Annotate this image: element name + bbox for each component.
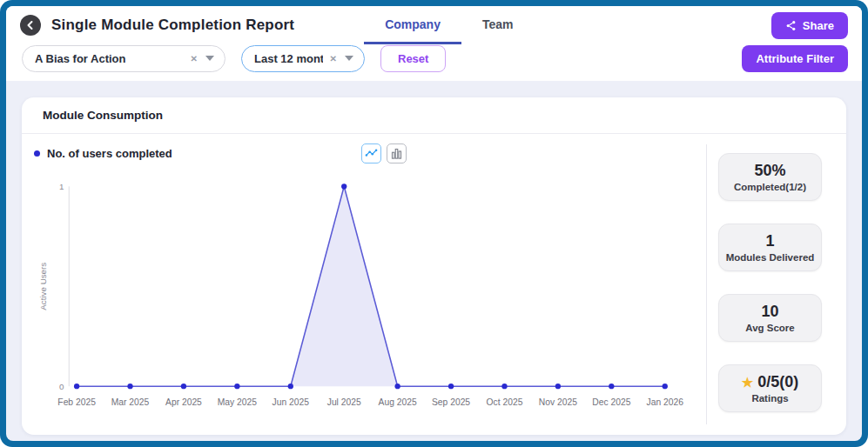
svg-text:Aug 2025: Aug 2025 (379, 397, 417, 407)
svg-text:Jun 2025: Jun 2025 (273, 397, 310, 407)
svg-text:1: 1 (59, 182, 64, 191)
tab-team[interactable]: Team (461, 6, 535, 44)
svg-text:Dec 2025: Dec 2025 (592, 397, 630, 407)
line-chart-toggle-button[interactable] (361, 143, 381, 163)
clear-icon[interactable] (191, 54, 198, 63)
bar-chart-toggle-button[interactable] (387, 143, 407, 163)
svg-text:Oct 2025: Oct 2025 (487, 397, 523, 407)
share-button-label: Share (803, 19, 834, 32)
svg-text:May 2025: May 2025 (218, 397, 257, 407)
module-select[interactable]: A Bias for Action (22, 45, 225, 72)
stats-column: 50% Completed(1/2) 1 Modules Delivered 1… (707, 134, 846, 435)
svg-text:Active Users: Active Users (38, 263, 48, 310)
chart-type-toggles (361, 143, 407, 163)
report-window: Single Module Completion Report Company … (6, 6, 862, 441)
share-icon (785, 20, 797, 31)
period-select[interactable]: Last 12 months (241, 45, 365, 72)
module-consumption-chart: 01Active UsersFeb 2025Mar 2025Apr 2025Ma… (34, 165, 701, 435)
svg-text:Jan 2026: Jan 2026 (647, 397, 684, 407)
legend-dot-icon (34, 150, 40, 157)
chevron-left-icon (25, 20, 36, 30)
svg-text:Apr 2025: Apr 2025 (165, 397, 202, 407)
window-frame: Single Module Completion Report Company … (0, 0, 868, 447)
card-title: Module Consumption (22, 97, 846, 134)
ratings-value: 0/5(0) (757, 373, 798, 391)
stat-card-avg-score: 10 Avg Score (718, 294, 822, 342)
clear-icon[interactable] (330, 54, 337, 63)
share-button[interactable]: Share (771, 12, 848, 39)
avg-score-label: Avg Score (723, 323, 818, 333)
svg-text:Sep 2025: Sep 2025 (432, 397, 470, 407)
tab-company[interactable]: Company (364, 6, 461, 44)
bar-chart-icon (390, 147, 403, 160)
stat-card-ratings: 0/5(0) Ratings (718, 364, 822, 412)
ratings-value-row: 0/5(0) (723, 373, 818, 391)
completed-value: 50% (723, 162, 818, 180)
svg-text:Mar 2025: Mar 2025 (111, 397, 150, 407)
svg-text:Feb 2025: Feb 2025 (57, 397, 96, 407)
attribute-filter-button[interactable]: Attribute Filter (742, 45, 848, 72)
reset-button[interactable]: Reset (380, 45, 446, 72)
avg-score-value: 10 (723, 303, 818, 321)
top-bar: Single Module Completion Report Company … (6, 6, 862, 44)
svg-text:Jul 2025: Jul 2025 (327, 397, 361, 407)
completed-label: Completed(1/2) (723, 182, 818, 192)
filter-bar: A Bias for Action Last 12 months Reset A… (6, 44, 862, 81)
page-body: Module Consumption No. of users complete… (6, 81, 862, 441)
modules-delivered-value: 1 (723, 232, 818, 250)
back-button[interactable] (20, 15, 41, 36)
legend-label: No. of users completed (47, 147, 172, 160)
module-consumption-card: Module Consumption No. of users complete… (22, 97, 846, 435)
star-icon (742, 376, 753, 389)
attribute-filter-label: Attribute Filter (756, 52, 834, 65)
card-content: No. of users completed (22, 134, 846, 435)
page-title: Single Module Completion Report (51, 17, 294, 34)
module-select-value: A Bias for Action (35, 52, 184, 65)
chevron-down-icon[interactable] (345, 56, 353, 61)
tab-bar: Company Team (364, 6, 534, 44)
modules-delivered-label: Modules Delivered (723, 252, 818, 263)
stat-card-modules-delivered: 1 Modules Delivered (718, 224, 822, 271)
period-select-value: Last 12 months (254, 52, 323, 65)
svg-text:0: 0 (59, 382, 64, 391)
chart-area: 01Active UsersFeb 2025Mar 2025Apr 2025Ma… (34, 165, 701, 435)
svg-text:Nov 2025: Nov 2025 (539, 397, 577, 407)
stat-card-completed: 50% Completed(1/2) (718, 153, 822, 201)
ratings-label: Ratings (723, 393, 818, 404)
chart-legend: No. of users completed (34, 147, 172, 160)
chart-toolbar: No. of users completed (34, 141, 701, 165)
chevron-down-icon[interactable] (205, 56, 214, 61)
chart-section: No. of users completed (22, 134, 706, 435)
line-chart-icon (365, 147, 378, 160)
